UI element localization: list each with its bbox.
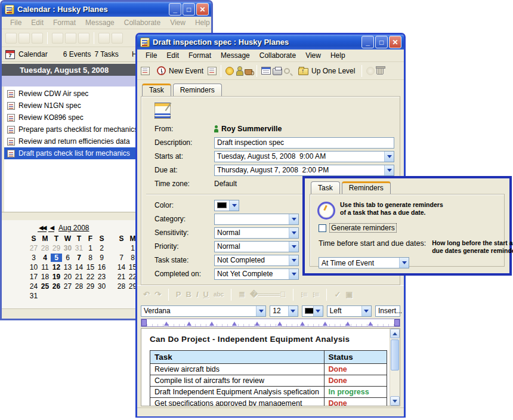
minical-day-cell[interactable]: 12 (51, 263, 62, 271)
person-icon[interactable] (236, 66, 243, 75)
minical-day-cell[interactable]: 24 (28, 282, 39, 291)
description-input[interactable]: Draft inspection spec (214, 137, 394, 149)
minimize-button[interactable]: _ (169, 3, 181, 16)
right-margin-marker[interactable] (394, 319, 400, 326)
minical-day-cell[interactable]: 4 (39, 254, 51, 262)
minical-day-cell[interactable]: 13 (62, 263, 73, 271)
document-scrollbar[interactable] (390, 329, 400, 406)
task-menu-0[interactable]: File (141, 51, 162, 60)
search-icon[interactable] (284, 68, 290, 74)
category-dropdown[interactable] (214, 214, 299, 225)
window-list-icon[interactable] (261, 67, 271, 75)
minical-day-cell[interactable]: 14 (73, 263, 85, 271)
calendar-menu-2[interactable]: Format (48, 18, 81, 27)
minical-day-cell[interactable]: 30 (62, 244, 73, 252)
task-menu-1[interactable]: Edit (162, 51, 184, 60)
chevron-down-icon[interactable] (399, 258, 409, 268)
minical-day-cell[interactable]: 28 (73, 282, 85, 291)
minical-day-cell[interactable]: 26 (51, 282, 62, 291)
due-at-dropdown[interactable]: Thursday, August 7, 2008 2:00 PM (214, 165, 394, 176)
task-menu-4[interactable]: Collaborate (255, 51, 301, 60)
scroll-down-icon[interactable] (390, 396, 400, 406)
folder-up-icon[interactable] (298, 68, 308, 75)
smiley-icon[interactable] (225, 67, 234, 75)
calendar-menu-3[interactable]: Message (81, 18, 119, 27)
ruler-tab-marker[interactable] (255, 322, 259, 326)
minical-day-cell[interactable]: 7 (73, 254, 85, 262)
task-window-tab-1[interactable]: Reminders (173, 84, 222, 96)
minical-day-cell[interactable]: 17 (28, 273, 39, 281)
minical-day-cell[interactable]: 6 (62, 254, 73, 262)
chevron-down-icon[interactable] (229, 200, 239, 211)
minical-day-cell[interactable]: 21 (116, 273, 127, 281)
scroll-up-icon[interactable] (390, 329, 400, 338)
close-button[interactable]: ✕ (389, 36, 401, 48)
chevron-down-icon[interactable] (384, 165, 394, 175)
up-one-level-button[interactable]: Up One Level (311, 67, 355, 75)
left-margin-marker[interactable] (141, 319, 147, 326)
task-menu-5[interactable]: View (301, 51, 326, 60)
calendar-menu-6[interactable]: Help (190, 18, 215, 27)
calendar-menu-5[interactable]: View (165, 18, 190, 27)
font-family-dropdown[interactable]: Verdana (141, 305, 266, 317)
chevron-down-icon[interactable] (289, 228, 298, 238)
new-appointment-icon[interactable] (18, 33, 30, 44)
minical-day-cell[interactable]: 31 (28, 292, 39, 300)
insert-dropdown[interactable]: Insert... (375, 305, 400, 317)
minical-day-cell[interactable]: 19 (51, 273, 62, 281)
minical-day-cell[interactable]: 9 (96, 254, 107, 262)
new-memo-icon[interactable] (5, 33, 17, 44)
minical-day-cell[interactable]: 27 (28, 244, 39, 252)
minical-day-cell[interactable]: 11 (39, 263, 51, 271)
trash-icon[interactable] (376, 67, 384, 75)
chevron-down-icon[interactable] (361, 306, 371, 316)
calendar-titlebar[interactable]: Calendar : Husky Planes _ □ ✕ (2, 2, 211, 17)
ruler-tab-marker[interactable] (187, 322, 191, 326)
minical-day-cell[interactable]: 22 (85, 273, 96, 281)
chevron-down-icon[interactable] (289, 214, 298, 224)
delete-icon[interactable] (78, 33, 89, 44)
ruler-tab-marker[interactable] (323, 322, 327, 326)
view-label[interactable]: Calendar (18, 50, 48, 58)
maximize-button[interactable]: □ (375, 36, 388, 48)
ruler-tab-marker[interactable] (277, 322, 282, 326)
ruler-tab-marker[interactable] (164, 322, 169, 326)
minical-day-cell[interactable]: 5 (51, 254, 62, 262)
ruler[interactable] (141, 319, 400, 327)
prev-year-button[interactable]: ◀◀ (38, 224, 47, 232)
task-window-tab-0[interactable]: Task (142, 84, 171, 96)
maximize-button[interactable]: □ (183, 3, 195, 16)
minical-day-cell[interactable]: 21 (73, 273, 85, 281)
list-view-icon[interactable] (98, 33, 110, 44)
minical-day-cell[interactable]: 31 (73, 244, 85, 252)
edit-icon[interactable] (52, 33, 63, 44)
align-dropdown[interactable]: Left (327, 305, 372, 317)
ruler-tab-marker[interactable] (300, 322, 305, 326)
close-button[interactable]: ✕ (196, 3, 209, 16)
reminders-tab-0[interactable]: Task (311, 181, 340, 194)
ruler-tab-marker[interactable] (232, 322, 237, 326)
font-color-dropdown[interactable] (302, 305, 323, 317)
minical-day-cell[interactable]: 23 (96, 273, 107, 281)
calendar-menu-4[interactable]: Collaborate (119, 18, 165, 27)
ruler-tab-marker[interactable] (209, 322, 214, 326)
task-menu-2[interactable]: Format (184, 51, 216, 60)
reminders-tab-1[interactable]: Reminders (342, 181, 391, 194)
color-dropdown[interactable] (214, 200, 239, 211)
new-task-icon[interactable] (208, 67, 217, 75)
chevron-down-icon[interactable] (313, 306, 323, 316)
generate-reminders-checkbox[interactable] (319, 224, 326, 232)
task-titlebar[interactable]: Draft inspection spec : Husky Planes _ □… (137, 35, 404, 50)
chevron-down-icon[interactable] (256, 306, 265, 316)
new-event-button[interactable]: New Event (169, 67, 203, 75)
minical-day-cell[interactable]: 27 (62, 282, 73, 291)
generate-reminders-label[interactable]: Generate reminders (330, 224, 396, 232)
minical-day-cell[interactable]: 18 (39, 273, 51, 281)
minimize-button[interactable]: _ (361, 36, 374, 48)
chevron-down-icon[interactable] (384, 152, 394, 162)
task-menu-6[interactable]: Help (326, 51, 350, 60)
calendar-menu-1[interactable]: Edit (26, 18, 48, 27)
minical-day-cell[interactable]: 3 (28, 254, 39, 262)
time-before-dropdown[interactable]: At Time of Event (319, 257, 409, 268)
minical-day-cell[interactable]: 25 (39, 282, 51, 291)
